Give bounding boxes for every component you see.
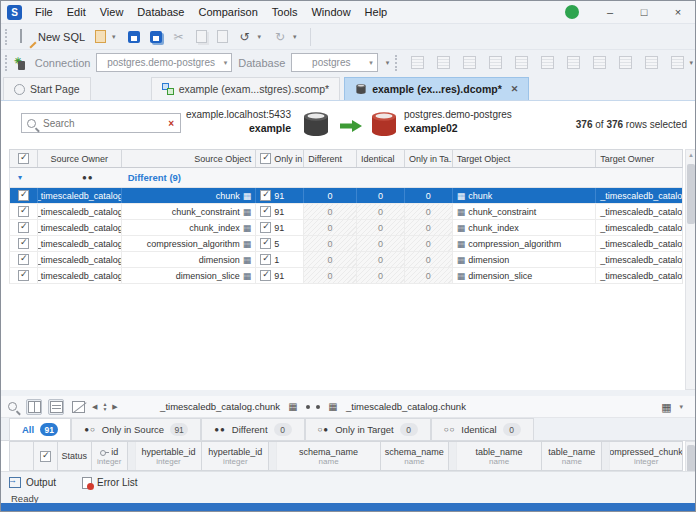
row-checkbox[interactable] — [10, 188, 38, 203]
save-all-button[interactable] — [145, 29, 167, 45]
paste-button[interactable] — [212, 28, 233, 45]
status-header[interactable]: Status — [58, 442, 92, 470]
object-grid-row[interactable]: _timescaledb_catalogdimension▦1000▦dimen… — [9, 252, 683, 268]
open-button[interactable]: ▾ — [90, 28, 123, 45]
source-owner-header[interactable]: Source Owner — [38, 150, 122, 167]
checkbox-icon[interactable] — [260, 222, 271, 233]
only-in-source-cell[interactable]: 91 — [256, 204, 304, 219]
menu-file[interactable]: File — [28, 3, 60, 21]
checkbox-icon[interactable] — [260, 206, 271, 217]
result-tab-identical[interactable]: ○○Identical0 — [431, 418, 534, 440]
toolbar-overflow-icon[interactable]: ▾ — [386, 59, 390, 67]
object-grid-row[interactable]: _timescaledb_catalogcompression_algorith… — [9, 236, 683, 252]
hypertable-id-target-header[interactable]: hypertable_idinteger — [202, 442, 269, 470]
toolbar-drag-handle[interactable] — [5, 55, 9, 71]
scrollbar-thumb[interactable] — [687, 164, 695, 224]
align-left-icon[interactable] — [567, 56, 580, 69]
row-checkbox[interactable] — [10, 252, 38, 267]
source-object-header[interactable]: Source Object — [122, 150, 257, 167]
indent-increase-icon[interactable] — [541, 56, 554, 69]
prev-diff-icon[interactable]: ◀ — [89, 403, 100, 411]
compressed-chunk-header[interactable]: compressed_chunk_integer — [610, 442, 682, 470]
connection-select[interactable]: postgres.demo-postgres ▾ — [96, 53, 232, 72]
next-diff-icon[interactable]: ▶ — [109, 403, 120, 411]
only-in-source-cell[interactable]: 91 — [256, 220, 304, 235]
target-owner-header[interactable]: Target Owner — [596, 150, 682, 167]
select-all-checkbox[interactable] — [34, 442, 58, 470]
menu-window[interactable]: Window — [304, 3, 357, 21]
format-document-icon[interactable] — [593, 56, 606, 69]
close-button[interactable]: × — [661, 1, 695, 23]
new-sql-button[interactable]: New SQL — [15, 28, 90, 46]
checkbox-icon[interactable] — [260, 190, 271, 201]
select-all-checkbox[interactable] — [10, 150, 38, 167]
layout-split-button[interactable] — [26, 399, 42, 415]
schema-name-target-header[interactable]: schema_namename — [381, 442, 449, 470]
menu-view[interactable]: View — [93, 3, 131, 21]
menu-database[interactable]: Database — [130, 3, 191, 21]
search-clear-icon[interactable]: × — [162, 118, 180, 129]
menu-tools[interactable]: Tools — [265, 3, 305, 21]
only-in-source-cell[interactable]: 5 — [256, 236, 304, 251]
search-input[interactable] — [41, 117, 162, 130]
only-in-target-header[interactable]: Only in Ta... — [405, 150, 453, 167]
bookmark-next-icon[interactable] — [671, 56, 684, 69]
result-tab-all[interactable]: All91 — [9, 418, 71, 440]
undo-button[interactable]: ↺▾ — [233, 28, 269, 46]
minimize-button[interactable]: – — [593, 1, 627, 23]
id-header[interactable]: idinteger — [92, 442, 128, 470]
toolbar-drag-handle[interactable] — [5, 29, 10, 45]
schema-name-source-header[interactable]: schema_namename — [277, 442, 381, 470]
object-grid-row[interactable]: _timescaledb_catalogdimension_slice▦9100… — [9, 268, 683, 284]
checkbox-icon[interactable] — [260, 254, 271, 265]
view-mode-dropdown[interactable]: ▾ — [679, 403, 683, 411]
object-grid-row[interactable]: _timescaledb_catalogchunk▦91000▦chunk_ti… — [9, 188, 683, 204]
line-numbers-icon[interactable] — [437, 56, 450, 69]
toolbar-drag-handle[interactable] — [395, 55, 399, 71]
row-checkbox[interactable] — [10, 268, 38, 283]
error-list-tab[interactable]: Error List — [82, 477, 138, 489]
identical-header[interactable]: Identical — [357, 150, 405, 167]
object-grid-row[interactable]: _timescaledb_catalogchunk_constraint▦910… — [9, 204, 683, 220]
find-record-button[interactable] — [4, 399, 20, 415]
bookmark-icon[interactable] — [619, 56, 632, 69]
view-mode-icon[interactable]: ▦ — [659, 400, 673, 414]
target-object-header[interactable]: Target Object — [453, 150, 597, 167]
table-name-source-header[interactable]: table_namename — [457, 442, 543, 470]
only-in-source-cell[interactable]: 91 — [256, 188, 304, 203]
different-header[interactable]: Different — [304, 150, 357, 167]
row-checkbox[interactable] — [10, 236, 38, 251]
group-row-different[interactable]: ▾ ●● Different (9) — [9, 168, 683, 188]
comment-icon[interactable] — [411, 56, 424, 69]
result-tab-only-in-target[interactable]: ○●Only in Target0 — [305, 418, 431, 440]
output-tab[interactable]: Output — [9, 477, 56, 488]
only-in-source-header[interactable]: Only in Sou — [256, 150, 304, 167]
result-tab-different[interactable]: ●●Different0 — [201, 418, 304, 440]
collapse-chevron-icon[interactable]: ▾ — [18, 173, 22, 182]
tab-start-page[interactable]: Start Page — [3, 77, 91, 100]
document-outline-icon[interactable] — [463, 56, 476, 69]
tab-data-compare[interactable]: example (ex...res).dcomp* ✕ — [344, 77, 529, 100]
sort-az-icon[interactable] — [489, 56, 502, 69]
row-checkbox[interactable] — [10, 220, 38, 235]
object-grid-scrollbar[interactable]: ▲ — [685, 149, 696, 390]
redo-button[interactable]: ↻▾ — [268, 28, 304, 46]
search-box[interactable]: × — [21, 113, 181, 133]
row-checkbox[interactable] — [10, 204, 38, 219]
toolbar-overflow-icon[interactable]: ▾ — [690, 59, 694, 67]
menu-help[interactable]: Help — [358, 3, 395, 21]
copy-button[interactable] — [191, 28, 212, 45]
indent-decrease-icon[interactable] — [515, 56, 528, 69]
up-down-icon[interactable]: ▲▼ — [100, 402, 109, 412]
tab-schema-compare[interactable]: example (exam...stgres).scomp* — [151, 77, 341, 100]
only-in-source-cell[interactable]: 1 — [256, 252, 304, 267]
scroll-up-icon[interactable]: ▲ — [686, 152, 696, 158]
menu-edit[interactable]: Edit — [60, 3, 93, 21]
only-in-source-cell[interactable]: 91 — [256, 268, 304, 283]
table-name-target-header[interactable]: table_namename — [542, 442, 602, 470]
menu-comparison[interactable]: Comparison — [191, 3, 264, 21]
save-button[interactable] — [123, 29, 145, 45]
cut-button[interactable]: ✂ — [167, 28, 191, 46]
hypertable-id-source-header[interactable]: hypertable_idinteger — [136, 442, 203, 470]
close-tab-icon[interactable]: ✕ — [511, 84, 519, 94]
